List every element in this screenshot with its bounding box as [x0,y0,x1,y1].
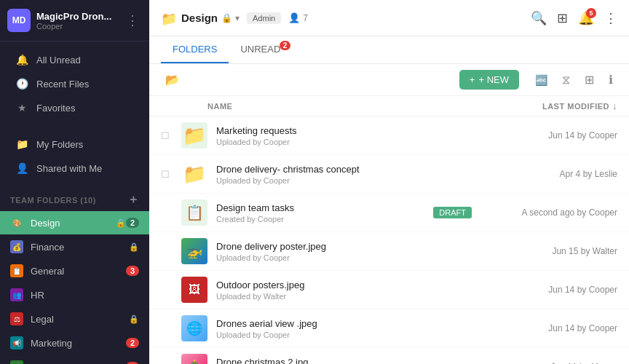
topbar-actions: 🔍 ⊞ 🔔 5 ⋮ [531,10,617,26]
team-item-label: Marketing [31,338,126,349]
legal-folder-icon: ⚖ [10,312,23,325]
sidebar-item-general[interactable]: 📋 General 3 [0,259,149,282]
file-meta: DRAFT [433,207,472,218]
row-checkbox[interactable]: ☐ [161,207,175,218]
sidebar-nav: 🔔 All Unread 🕐 Recent Files ★ Favorites [0,41,149,126]
toolbar-right: 🔤 ⧖ ⊞ ℹ [531,70,617,90]
row-checkbox[interactable]: ☐ [161,362,175,365]
search-icon[interactable]: 🔍 [531,10,547,26]
row-checkbox[interactable]: ☐ [161,130,175,141]
row-checkbox[interactable]: ☐ [161,285,175,296]
apps-grid-icon[interactable]: ⊞ [557,10,568,26]
tab-folders[interactable]: FOLDERS [161,36,229,63]
file-info: Marketing requests Uploaded by Cooper [216,125,472,146]
table-row[interactable]: ☐ 🚁 Drone delivery poster.jpeg Uploaded … [149,232,629,271]
file-info: Drones aerial view .jpeg Uploaded by Coo… [216,318,472,339]
topbar-title: Design [181,12,218,24]
general-badge: 3 [126,266,139,276]
folder-icon: 📁 [183,163,206,186]
topbar-folder-icon: 📁 [161,11,175,25]
file-name: Design team tasks [216,202,433,213]
file-uploader: Uploaded by Cooper [216,176,472,185]
lock-icon: 🔒 [129,314,139,324]
sort-icon[interactable]: 🔤 [531,71,552,89]
new-button[interactable]: + + NEW [459,70,519,90]
app-name: MagicPro Dron... [36,11,123,22]
file-modified-date: Jun 14 by Cooper [472,130,617,141]
sidebar-item-public-relations[interactable]: 📣 Public Relations 1 [0,355,149,364]
file-info: Drone delivery- christmas concept Upload… [216,164,472,185]
table-row[interactable]: ☐ 🎄 Drone christmas 2.jpg Uploaded by Sh… [149,348,629,364]
row-checkbox[interactable]: ☐ [161,246,175,257]
file-info: Design team tasks Created by Cooper [216,202,433,223]
topbar-dropdown-arrow[interactable]: ▾ [235,13,240,23]
lock-icon: 🔒 [116,218,126,228]
team-folders-header: TEAM FOLDERS (10) ＋ [0,186,149,210]
team-item-label: Public Relations [31,362,126,365]
table-row[interactable]: ☐ 🌐 Drones aerial view .jpeg Uploaded by… [149,309,629,348]
folder-nav-icon[interactable]: 📂 [161,70,184,90]
tabs-bar: FOLDERS UNREAD 2 [149,36,629,64]
main-content: 📁 Design 🔒 ▾ Admin 👤 7 🔍 ⊞ 🔔 5 ⋮ FOLDERS [149,0,629,364]
sidebar-item-label: My Folders [36,139,83,150]
row-checkbox[interactable]: ☐ [161,323,175,334]
sidebar-item-design[interactable]: 🎨 Design 🔒 2 [0,211,149,234]
file-thumbnail: 🖼 [181,277,207,303]
topbar: 📁 Design 🔒 ▾ Admin 👤 7 🔍 ⊞ 🔔 5 ⋮ [149,0,629,36]
tab-folders-label: FOLDERS [173,44,217,55]
table-row[interactable]: ☐ 📁 Drone delivery- christmas concept Up… [149,155,629,194]
shared-icon: 👤 [15,162,29,174]
image-icon: 🚁 [186,243,202,259]
sidebar-header: MD MagicPro Dron... Cooper ⋮ [0,0,149,41]
file-thumbnail: 🚁 [181,238,207,264]
notifications-icon[interactable]: 🔔 5 [578,10,594,26]
sidebar-item-recent-files[interactable]: 🕐 Recent Files [4,72,145,95]
sidebar-item-shared-with-me[interactable]: 👤 Shared with Me [4,157,145,180]
tab-unread[interactable]: UNREAD 2 [229,36,292,63]
file-modified-date: Jun 14 by Cooper [472,285,617,295]
sidebar-item-hr[interactable]: 👥 HR [0,283,149,306]
more-options-icon[interactable]: ⋮ [604,10,617,26]
view-toggle-icon[interactable]: ⊞ [580,70,598,90]
clock-icon: 🕐 [15,78,29,90]
col-modified-header[interactable]: LAST MODIFIED ↓ [472,100,617,111]
table-row[interactable]: ☐ 📋 Design team tasks Created by Cooper … [149,194,629,232]
hr-folder-icon: 👥 [10,288,23,301]
file-thumbnail: 📁 [181,161,207,187]
sidebar-scroll: 🔔 All Unread 🕐 Recent Files ★ Favorites … [0,41,149,364]
sidebar-item-all-unread[interactable]: 🔔 All Unread [4,48,145,71]
new-button-icon: + [470,74,475,85]
info-icon[interactable]: ℹ [604,70,617,90]
sidebar-menu-icon[interactable]: ⋮ [123,12,142,28]
folder-icon: 📁 [15,138,29,150]
image-icon: 🖼 [189,283,200,296]
sidebar-item-finance[interactable]: 💰 Finance 🔒 [0,235,149,258]
file-uploader: Uploaded by Walter [216,292,472,301]
file-info: Drone christmas 2.jpg Uploaded by Shaun [216,357,472,365]
star-icon: ★ [15,102,29,114]
folder-icon: 📁 [183,124,206,147]
row-checkbox[interactable]: ☐ [161,169,175,180]
file-name: Drones aerial view .jpeg [216,318,472,329]
topbar-lock-icon: 🔒 [221,13,232,23]
members-icon: 👤 [288,12,300,23]
design-folder-icon: 🎨 [10,216,23,229]
table-row[interactable]: ☐ 🖼 Outdoor posters.jpeg Uploaded by Wal… [149,271,629,309]
design-badge: 2 [126,218,139,228]
sidebar-item-label: All Unread [36,55,81,66]
file-info: Outdoor posters.jpeg Uploaded by Walter [216,280,472,301]
sidebar-item-favorites[interactable]: ★ Favorites [4,96,145,119]
sidebar-item-my-folders[interactable]: 📁 My Folders [4,132,145,156]
sidebar-item-legal[interactable]: ⚖ Legal 🔒 [0,307,149,331]
new-button-label: + NEW [478,74,509,85]
filter-icon[interactable]: ⧖ [558,71,574,90]
sidebar-item-marketing[interactable]: 📢 Marketing 2 [0,331,149,355]
table-row[interactable]: ☐ 📁 Marketing requests Uploaded by Coope… [149,116,629,155]
add-team-folder-icon[interactable]: ＋ [127,192,140,207]
task-icon: 📋 [186,204,204,221]
team-item-label: Finance [31,242,126,253]
col-name-header: NAME [161,102,472,111]
app-title: MagicPro Dron... Cooper [36,11,123,31]
tab-unread-label: UNREAD [240,44,280,55]
file-name: Drone christmas 2.jpg [216,357,472,365]
